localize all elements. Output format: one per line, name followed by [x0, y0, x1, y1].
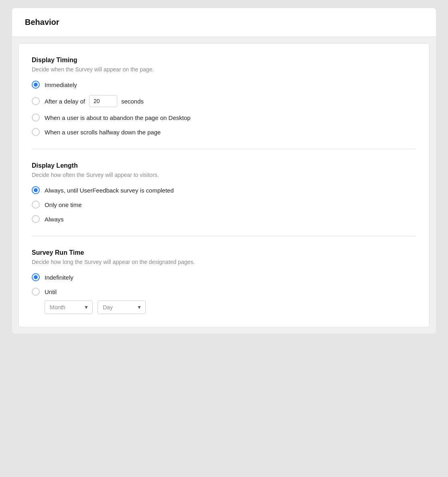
radio-always-until[interactable] [32, 186, 40, 194]
main-content: Display Timing Decide when the Survey wi… [18, 43, 430, 327]
radio-only-one-time[interactable] [32, 201, 40, 209]
page-title: Behavior [25, 18, 423, 27]
radio-until[interactable] [32, 288, 40, 296]
radio-immediately[interactable] [32, 81, 40, 89]
option-abandon[interactable]: When a user is about to abandon the page… [32, 114, 416, 122]
survey-run-time-title: Survey Run Time [32, 249, 416, 256]
display-length-options: Always, until UserFeedback survey is com… [32, 186, 416, 223]
option-always-until[interactable]: Always, until UserFeedback survey is com… [32, 186, 416, 194]
display-timing-title: Display Timing [32, 57, 416, 64]
month-dropdown-wrapper: Month January February March April May J… [45, 300, 93, 314]
option-until[interactable]: Until [32, 288, 416, 296]
option-immediately-label: Immediately [45, 81, 77, 88]
option-scroll[interactable]: When a user scrolls halfway down the pag… [32, 128, 416, 136]
display-timing-options: Immediately After a delay of seconds Whe… [32, 81, 416, 136]
option-always-label: Always [45, 216, 64, 223]
display-length-section: Display Length Decide how often the Surv… [32, 162, 416, 236]
radio-after-delay[interactable] [32, 97, 40, 105]
radio-scroll[interactable] [32, 128, 40, 136]
behavior-header: Behavior [12, 8, 436, 37]
display-length-title: Display Length [32, 162, 416, 169]
option-only-one-time[interactable]: Only one time [32, 201, 416, 209]
radio-always[interactable] [32, 215, 40, 223]
option-after-delay[interactable]: After a delay of seconds [32, 95, 416, 107]
radio-indefinitely[interactable] [32, 273, 40, 281]
option-after-delay-label: After a delay of [45, 98, 85, 105]
radio-abandon[interactable] [32, 114, 40, 122]
option-indefinitely-label: Indefinitely [45, 274, 73, 281]
date-dropdowns: Month January February March April May J… [45, 300, 416, 314]
delay-input[interactable] [89, 95, 117, 107]
option-only-one-time-label: Only one time [45, 201, 82, 208]
option-until-label: Until [45, 288, 57, 295]
delay-unit-label: seconds [121, 98, 144, 105]
survey-run-time-description: Decide how long the Survey will appear o… [32, 259, 416, 265]
month-dropdown[interactable]: Month January February March April May J… [45, 300, 93, 314]
option-indefinitely[interactable]: Indefinitely [32, 273, 416, 281]
behavior-panel: Behavior Display Timing Decide when the … [12, 8, 436, 334]
option-always[interactable]: Always [32, 215, 416, 223]
survey-run-time-section: Survey Run Time Decide how long the Surv… [32, 249, 416, 314]
day-dropdown[interactable]: Day 12345 678910 1112131415 1617181920 2… [98, 300, 146, 314]
option-always-until-label: Always, until UserFeedback survey is com… [45, 187, 174, 194]
display-timing-section: Display Timing Decide when the Survey wi… [32, 57, 416, 149]
option-abandon-label: When a user is about to abandon the page… [45, 114, 191, 121]
display-length-description: Decide how often the Survey will appear … [32, 172, 416, 178]
option-scroll-label: When a user scrolls halfway down the pag… [45, 129, 161, 136]
day-dropdown-wrapper: Day 12345 678910 1112131415 1617181920 2… [98, 300, 146, 314]
survey-run-time-options: Indefinitely Until [32, 273, 416, 296]
delay-inline-group: After a delay of seconds [45, 95, 144, 107]
option-immediately[interactable]: Immediately [32, 81, 416, 89]
display-timing-description: Decide when the Survey will appear on th… [32, 66, 416, 73]
